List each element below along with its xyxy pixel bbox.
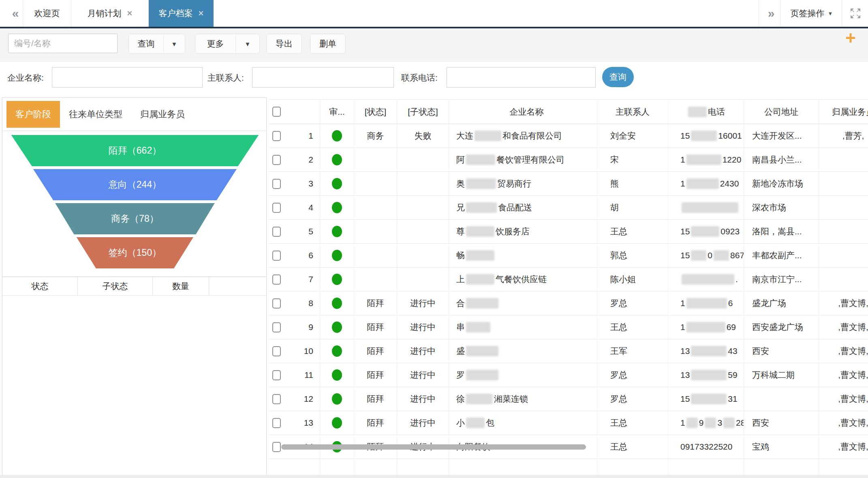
cell-address: 盛龙广场	[744, 292, 819, 315]
scroll-tabs-right-button[interactable]: »	[762, 0, 780, 27]
green-dot-icon	[332, 226, 342, 237]
cell-checkbox[interactable]	[269, 411, 284, 435]
checkbox-icon[interactable]	[272, 274, 281, 285]
cell-checkbox[interactable]	[269, 315, 284, 339]
query-split-button[interactable]: 查询 ▼	[128, 34, 185, 54]
cell-status	[354, 244, 397, 267]
table-row[interactable]: 7上气餐饮供应链陈小姐.南京市江宁...	[269, 268, 868, 292]
table-row[interactable]: 2阿餐饮管理有限公司宋11220南昌县小兰...	[269, 148, 868, 172]
cell-checkbox[interactable]	[269, 339, 284, 363]
table-row[interactable]: 8陌拜进行中合罗总16盛龙广场,曹文博,	[269, 292, 868, 315]
cell-checkbox[interactable]	[269, 292, 284, 315]
cell-checkbox[interactable]	[269, 363, 284, 387]
table-row[interactable]: 10陌拜进行中盛王军1343西安,曹文博,	[269, 339, 868, 363]
table-row[interactable]: 4兄食品配送胡深农市场	[269, 196, 868, 220]
cell-audit-status	[320, 363, 354, 387]
cell-checkbox[interactable]	[269, 124, 284, 148]
tab-unit-type[interactable]: 往来单位类型	[60, 101, 131, 128]
search-input[interactable]	[8, 34, 118, 53]
funnel-segment-4[interactable]: 签约（150）	[9, 237, 261, 268]
table-row[interactable]: 12陌拜进行中徐湘菜连锁罗总1531,曹文博,	[269, 387, 868, 411]
scroll-tabs-left-button[interactable]: «	[7, 0, 24, 27]
redacted-text	[466, 202, 497, 213]
cell-phone: 1508673	[668, 244, 744, 267]
redacted-text	[466, 226, 494, 237]
chevron-down-icon[interactable]: ▼	[236, 41, 259, 47]
funnel-segment-1[interactable]: 陌拜（662）	[9, 135, 261, 166]
header-owner[interactable]: 归属业务员	[819, 100, 868, 124]
horizontal-scrollbar[interactable]	[281, 444, 586, 450]
checkbox-icon[interactable]	[272, 179, 281, 189]
more-button-label[interactable]: 更多	[195, 34, 236, 54]
checkbox-icon[interactable]	[272, 107, 281, 117]
close-icon[interactable]: ×	[127, 8, 133, 19]
header-audit[interactable]: 审...	[320, 100, 354, 124]
table-row[interactable]: 9陌拜进行中串王总169西安盛龙广场,曹文博,	[269, 315, 868, 339]
funnel-segment-3[interactable]: 商务（78）	[9, 203, 261, 234]
header-address[interactable]: 公司地址	[744, 100, 819, 124]
cell-checkbox[interactable]	[269, 268, 284, 291]
checkbox-icon[interactable]	[272, 346, 281, 356]
cell-owner	[819, 148, 868, 171]
checkbox-icon[interactable]	[272, 394, 281, 404]
filter-search-button[interactable]: 查询	[602, 67, 634, 87]
redacted-text	[466, 250, 494, 261]
funnel-segment-2[interactable]: 意向（244）	[9, 169, 261, 200]
add-button[interactable]: +	[845, 29, 856, 47]
checkbox-icon[interactable]	[272, 227, 281, 237]
cell-checkbox[interactable]	[269, 172, 284, 195]
checkbox-icon[interactable]	[272, 442, 281, 452]
header-company[interactable]: 企业名称	[449, 100, 597, 124]
cell-row-number: 1	[284, 124, 320, 148]
query-button-label[interactable]: 查询	[129, 34, 164, 54]
close-icon[interactable]: ×	[199, 8, 204, 19]
header-select-all[interactable]	[269, 100, 284, 124]
more-split-button[interactable]: 更多 ▼	[195, 34, 260, 54]
header-substatus[interactable]: [子状态]	[397, 100, 449, 124]
checkbox-icon[interactable]	[272, 203, 281, 213]
header-contact[interactable]: 主联系人	[597, 100, 668, 124]
contact-filter-input[interactable]	[252, 67, 394, 88]
redacted-text	[475, 131, 501, 141]
table-row[interactable]: 3奥贸易商行熊12430新地冷冻市场	[269, 172, 868, 196]
header-phone[interactable]: 电话	[668, 100, 744, 124]
tab-owner-salesman[interactable]: 归属业务员	[131, 101, 194, 128]
cell-contact: 罗总	[597, 363, 668, 387]
cell-contact: 郭总	[597, 244, 668, 267]
table-row[interactable]: 6畅郭总1508673丰都农副产...	[269, 244, 868, 268]
delete-button[interactable]: 删单	[310, 34, 346, 54]
cell-row-number: 5	[284, 220, 320, 243]
cell-checkbox[interactable]	[269, 220, 284, 243]
tab-monthly-plan[interactable]: 月销计划 ×	[71, 0, 148, 27]
cell-status	[354, 148, 397, 171]
cell-checkbox[interactable]	[269, 244, 284, 267]
checkbox-icon[interactable]	[272, 418, 281, 428]
fullscreen-button[interactable]	[845, 0, 866, 27]
phone-filter-input[interactable]	[447, 67, 596, 88]
header-status[interactable]: [状态]	[354, 100, 397, 124]
empty-cell	[449, 459, 597, 475]
tab-actions-menu[interactable]: 页签操作 ▼	[782, 0, 841, 27]
table-row[interactable]: 1商务失败大连和食品有限公司刘全安1516001大连开发区...,曹芳,	[269, 124, 868, 148]
cell-contact: 王总	[597, 315, 668, 339]
export-button[interactable]: 导出	[266, 34, 302, 54]
tab-welcome[interactable]: 欢迎页	[23, 0, 71, 27]
cell-checkbox[interactable]	[269, 148, 284, 171]
table-row[interactable]: 11陌拜进行中罗罗总1359万科城二期,曹文博,	[269, 363, 868, 387]
cell-checkbox[interactable]	[269, 387, 284, 411]
company-filter-input[interactable]	[52, 67, 203, 88]
checkbox-icon[interactable]	[272, 298, 281, 309]
tab-customer-stage[interactable]: 客户阶段	[6, 101, 60, 128]
checkbox-icon[interactable]	[272, 322, 281, 332]
table-row[interactable]: 13陌拜进行中小包王总19328西安,曹文博,	[269, 411, 868, 435]
company-filter-label: 企业名称:	[7, 72, 44, 84]
table-row[interactable]: 5尊饮服务店王总150923洛阳，嵩县...	[269, 220, 868, 244]
checkbox-icon[interactable]	[272, 251, 281, 261]
checkbox-icon[interactable]	[272, 370, 281, 380]
tab-customer-files[interactable]: 客户档案 ×	[149, 0, 214, 27]
checkbox-icon[interactable]	[272, 155, 281, 165]
cell-owner: ,曹文博,	[819, 435, 868, 459]
cell-checkbox[interactable]	[269, 196, 284, 219]
chevron-down-icon[interactable]: ▼	[164, 41, 185, 47]
checkbox-icon[interactable]	[272, 131, 281, 141]
